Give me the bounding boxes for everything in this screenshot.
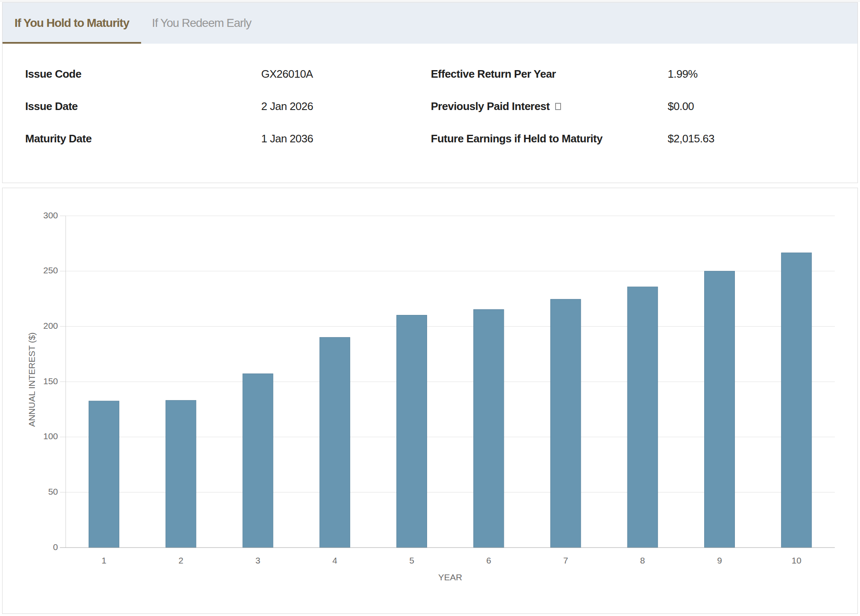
svg-text:9: 9 xyxy=(717,556,722,565)
svg-text:250: 250 xyxy=(43,265,58,275)
svg-text:4: 4 xyxy=(332,556,337,565)
svg-text:1: 1 xyxy=(102,556,107,565)
svg-text:6: 6 xyxy=(486,556,491,565)
svg-text:7: 7 xyxy=(563,556,568,565)
svg-text:ANNUAL INTEREST ($): ANNUAL INTEREST ($) xyxy=(27,332,37,427)
svg-text:300: 300 xyxy=(43,210,58,220)
svg-text:50: 50 xyxy=(48,487,58,496)
svg-text:10: 10 xyxy=(792,556,801,565)
svg-text:150: 150 xyxy=(43,376,58,386)
svg-text:YEAR: YEAR xyxy=(438,572,462,582)
svg-text:0: 0 xyxy=(53,542,58,552)
svg-text:8: 8 xyxy=(640,556,645,565)
svg-text:5: 5 xyxy=(409,556,414,565)
svg-text:200: 200 xyxy=(43,321,58,330)
svg-text:100: 100 xyxy=(43,431,58,441)
svg-text:2: 2 xyxy=(178,556,184,565)
svg-text:3: 3 xyxy=(255,556,260,565)
